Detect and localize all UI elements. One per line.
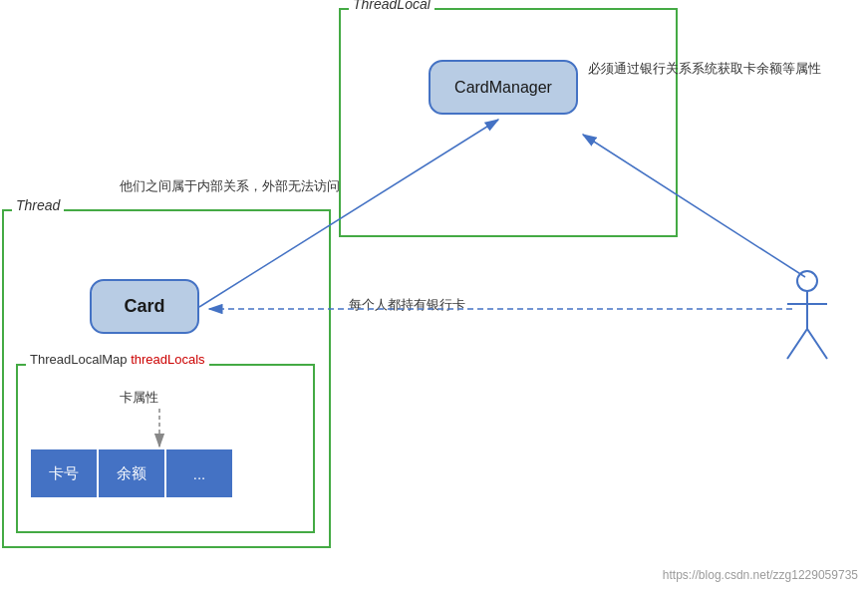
svg-line-3 — [787, 329, 807, 359]
ka-attribute-label: 卡属性 — [120, 389, 158, 407]
svg-line-4 — [807, 329, 827, 359]
card-label: Card — [124, 296, 164, 317]
card-shape: Card — [90, 279, 199, 334]
watermark: https://blog.csdn.net/zzg1229059735 — [663, 568, 858, 582]
cell-card-no: 卡号 — [30, 448, 98, 498]
cell-etc: ... — [165, 448, 233, 498]
threadlocalmap-label: ThreadLocalMap threadLocals — [26, 352, 209, 367]
thread-label: Thread — [12, 197, 64, 213]
svg-point-0 — [797, 271, 817, 291]
label-must: 必须通过银行关系系统获取卡余额等属性 — [588, 60, 821, 78]
label-internal: 他们之间属于内部关系，外部无法访问 — [120, 177, 340, 195]
threadlocal-box: ThreadLocal — [339, 8, 678, 237]
diagram: ThreadLocal CardManager Thread Card Thre… — [0, 0, 868, 592]
cell-balance: 余额 — [98, 448, 165, 498]
card-manager: CardManager — [429, 60, 578, 115]
stick-figure — [782, 269, 832, 369]
threadlocals-text: threadLocals — [128, 352, 205, 367]
threadlocal-label: ThreadLocal — [349, 0, 434, 12]
card-manager-label: CardManager — [454, 79, 552, 97]
label-each-person: 每个人都持有银行卡 — [349, 296, 465, 314]
data-row: 卡号 余额 ... — [30, 448, 233, 498]
threadlocalmap-text: ThreadLocalMap — [30, 352, 128, 367]
